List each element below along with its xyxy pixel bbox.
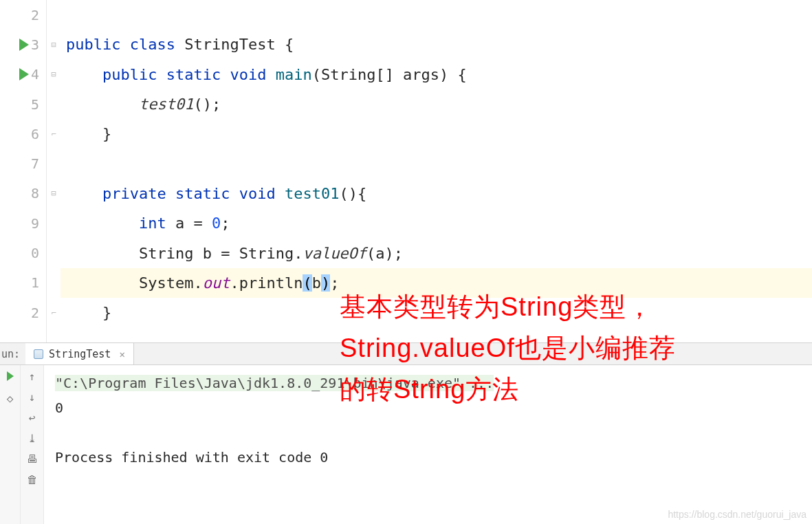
fold-icon[interactable]: ⊟	[50, 41, 58, 49]
run-config-icon	[34, 349, 43, 359]
run-gutter-icon[interactable]	[19, 39, 29, 51]
print-icon[interactable]: 🖶	[25, 452, 39, 466]
run-toolwindow-header[interactable]: un: StringTest ✕	[0, 342, 812, 365]
down-arrow-icon[interactable]: ↓	[25, 390, 39, 404]
run-label: un:	[0, 348, 25, 360]
line-number: 4	[0, 60, 46, 89]
line-number: 1	[0, 268, 46, 298]
line-number: 3	[0, 30, 46, 59]
console-command: "C:\Program Files\Java\jdk1.8.0_291\bin\…	[55, 371, 812, 395]
softwrap-icon[interactable]: ↩	[25, 411, 39, 424]
console-output[interactable]: "C:\Program Files\Java\jdk1.8.0_291\bin\…	[44, 365, 812, 524]
code-lines[interactable]: public class StringTest { public static …	[61, 0, 812, 342]
line-number: 7	[0, 149, 46, 178]
trash-icon[interactable]: 🗑	[25, 472, 39, 486]
code-line[interactable]	[61, 149, 812, 178]
code-line[interactable]: private static void test01(){	[61, 179, 812, 208]
fold-icon[interactable]: ⊟	[50, 189, 58, 197]
code-line[interactable]: }	[61, 298, 812, 327]
line-number: 0	[0, 238, 46, 268]
run-tab[interactable]: StringTest ✕	[25, 343, 134, 364]
console-action-bar: ◇	[0, 365, 21, 524]
code-line[interactable]: test01();	[61, 89, 812, 119]
line-number: 5	[0, 89, 46, 119]
stop-button[interactable]: ◇	[3, 391, 17, 405]
console-toolbar: ↑ ↓ ↩ ⤓ 🖶 🗑	[21, 365, 44, 524]
line-number: 8	[0, 179, 46, 208]
line-number: 2	[0, 0, 46, 30]
console-stdout: 0	[55, 395, 812, 420]
fold-end-icon[interactable]: ⌐	[50, 130, 58, 138]
code-line[interactable]	[61, 0, 812, 30]
run-gutter-icon[interactable]	[19, 68, 29, 80]
console-exit: Process finished with exit code 0	[55, 445, 812, 470]
code-line[interactable]: }	[61, 119, 812, 149]
watermark: https://blog.csdn.net/guorui_java	[668, 509, 806, 520]
code-editor[interactable]: 2 3 4 5 6 7 8 9 0 1 2 ⊟ ⊟ ⌐ ⊟ ⌐ public c…	[0, 0, 812, 342]
line-number-gutter: 2 3 4 5 6 7 8 9 0 1 2	[0, 0, 47, 342]
code-line[interactable]: int a = 0;	[61, 208, 812, 238]
line-number: 6	[0, 119, 46, 149]
fold-gutter: ⊟ ⊟ ⌐ ⊟ ⌐	[47, 0, 61, 342]
fold-end-icon[interactable]: ⌐	[50, 309, 58, 317]
console-blank	[55, 420, 812, 445]
fold-icon[interactable]: ⊟	[50, 70, 58, 78]
code-line[interactable]: public class StringTest {	[61, 30, 812, 59]
line-number: 9	[0, 208, 46, 238]
code-line[interactable]: public static void main(String[] args) {	[61, 60, 812, 89]
run-tab-label: StringTest	[49, 348, 111, 360]
code-line[interactable]: String b = String.valueOf(a);	[61, 238, 812, 268]
line-number: 2	[0, 298, 46, 327]
rerun-button[interactable]	[3, 369, 17, 383]
close-icon[interactable]: ✕	[119, 349, 124, 360]
up-arrow-icon[interactable]: ↑	[25, 369, 39, 383]
code-line-current[interactable]: System.out.println(b);	[61, 268, 812, 298]
scroll-to-end-icon[interactable]: ⤓	[25, 431, 39, 445]
run-console[interactable]: ◇ ↑ ↓ ↩ ⤓ 🖶 🗑 "C:\Program Files\Java\jdk…	[0, 365, 812, 524]
